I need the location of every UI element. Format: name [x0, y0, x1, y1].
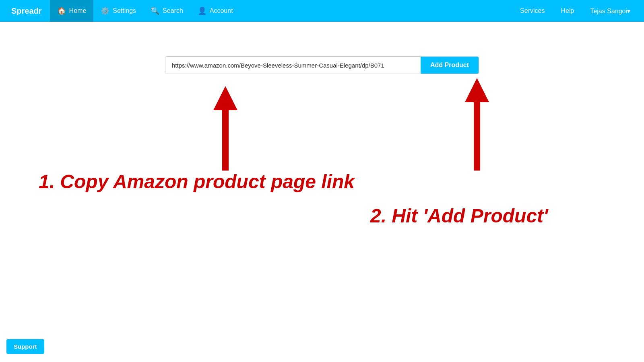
nav-account[interactable]: 👤 Account — [190, 0, 240, 22]
navbar-right: Services Help Tejas Sangoi▾ — [513, 0, 638, 22]
arrow-2 — [465, 78, 489, 171]
instruction-1: 1. Copy Amazon product page link — [39, 171, 355, 193]
nav-help-label: Help — [561, 7, 574, 14]
nav-settings[interactable]: ⚙️ Settings — [93, 0, 143, 22]
nav-settings-label: Settings — [113, 7, 136, 14]
nav-user-label: Tejas Sangoi▾ — [590, 7, 630, 15]
nav-services-label: Services — [520, 7, 545, 14]
instructions-area: 1. Copy Amazon product page link 2. Hit … — [0, 86, 644, 255]
nav-user[interactable]: Tejas Sangoi▾ — [583, 0, 638, 22]
nav-home-label: Home — [69, 7, 87, 14]
svg-marker-0 — [213, 86, 237, 110]
instruction-2: 2. Hit 'Add Product' — [370, 205, 548, 227]
arrow-1-svg — [213, 86, 237, 171]
brand-logo[interactable]: Spreadr — [6, 6, 47, 16]
nav-search-label: Search — [163, 7, 183, 14]
add-product-button[interactable]: Add Product — [421, 57, 479, 74]
search-icon: 🔍 — [151, 6, 159, 15]
account-icon: 👤 — [198, 6, 206, 15]
nav-services[interactable]: Services — [513, 0, 552, 22]
settings-icon: ⚙️ — [101, 6, 109, 15]
nav-search[interactable]: 🔍 Search — [143, 0, 190, 22]
navbar: Spreadr 🏠 Home ⚙️ Settings 🔍 Search 👤 Ac… — [0, 0, 644, 22]
nav-account-label: Account — [210, 7, 233, 14]
url-bar-container: Add Product — [0, 56, 644, 74]
support-button[interactable]: Support — [6, 339, 44, 354]
home-icon: 🏠 — [57, 6, 66, 15]
svg-rect-1 — [222, 108, 229, 171]
nav-home[interactable]: 🏠 Home — [50, 0, 94, 22]
nav-help[interactable]: Help — [553, 0, 581, 22]
svg-rect-3 — [474, 100, 480, 171]
url-bar-wrapper: Add Product — [165, 56, 479, 74]
navbar-left: Spreadr 🏠 Home ⚙️ Settings 🔍 Search 👤 Ac… — [6, 0, 513, 22]
svg-marker-2 — [465, 78, 489, 102]
url-input[interactable] — [165, 57, 421, 74]
arrow-2-svg — [465, 78, 489, 171]
arrow-1 — [213, 86, 237, 171]
main-content: Add Product 1. Copy Amazon product page … — [0, 22, 644, 362]
